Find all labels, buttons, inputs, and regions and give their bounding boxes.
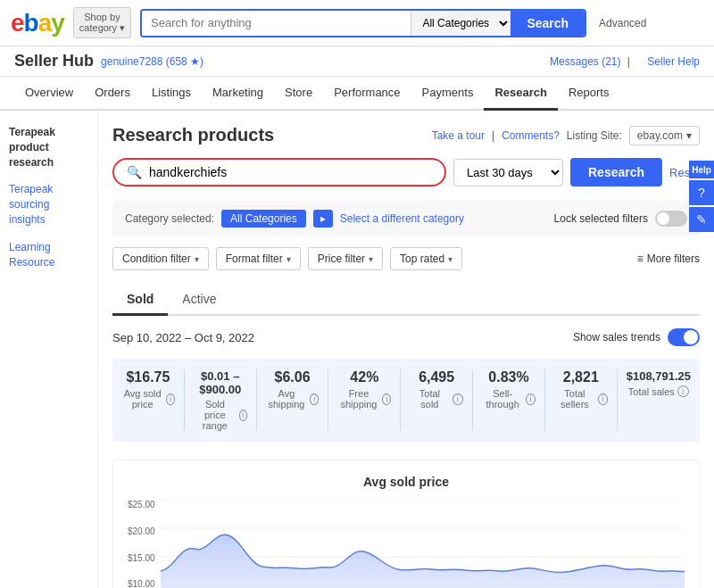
toggle-knob [657,212,669,225]
comments-link[interactable]: Comments? [502,129,560,142]
lock-filters: Lock selected filters [554,211,687,227]
seller-hub-links: Messages (21) | Seller Help [539,55,700,68]
messages-link[interactable]: Messages (21) [550,55,620,68]
y-label: $10.00 [128,579,155,588]
info-icon[interactable]: i [452,393,463,405]
stat-value: 6,495 [410,369,463,385]
nav-marketing[interactable]: Marketing [202,77,274,109]
seller-hub-title: Seller Hub [14,52,94,70]
lock-filters-toggle[interactable] [655,211,687,227]
more-filters-button[interactable]: ≡ More filters [637,253,700,265]
stat-value: $16.75 [121,369,175,385]
info-icon[interactable]: i [166,393,175,405]
chevron-down-icon: ▾ [195,254,199,264]
header-search-button[interactable]: Search [511,11,585,36]
page-header-right: Take a tour | Comments? Listing Site: eb… [432,126,700,145]
filters-row: Category selected: All Categories ▸ Sele… [112,201,700,236]
stat-label: Avg sold price i [121,388,175,410]
listing-site-value: ebay.com [637,129,683,142]
stat-label: Total sales i [627,385,691,397]
sidebar-item-terapeak-sourcing[interactable]: Terapeak sourcing insights [9,182,88,227]
sidebar-item-terapeak-product[interactable]: Terapeak product research [9,125,88,170]
nav-store[interactable]: Store [274,77,323,109]
date-range-select[interactable]: Last 30 days Last 7 days Last 90 days La… [453,159,563,186]
top-rated-label: Top rated [400,253,444,265]
listing-site-selector[interactable]: ebay.com ▾ [629,126,700,145]
info-icon[interactable]: i [382,393,391,405]
category-value-badge: All Categories [221,210,306,228]
seller-hub-bar: Seller Hub genuine7288 (658 ★) Messages … [0,46,714,77]
tab-sold[interactable]: Sold [112,285,168,316]
seller-help-link[interactable]: Seller Help [647,55,700,68]
header-search: All Categories Search [140,9,586,37]
category-label: Category selected: [125,212,214,225]
info-icon[interactable]: i [526,393,536,405]
header-search-category-select[interactable]: All Categories [411,11,511,36]
show-sales-trends-label: Show sales trends [573,331,660,344]
category-toggle-button[interactable]: ▸ [313,210,333,228]
condition-filter-label: Condition filter [122,253,191,265]
price-filter-chip[interactable]: Price filter ▾ [308,247,383,270]
search-bar: 🔍 handkerchiefs Last 30 days Last 7 days… [112,158,700,186]
info-icon[interactable]: i [310,393,319,405]
stat-value: $108,791.25 [627,369,691,383]
nav-payments[interactable]: Payments [411,77,485,109]
chevron-down-icon: ▾ [369,254,373,264]
filters-left: Category selected: All Categories ▸ Sele… [125,210,464,228]
info-icon[interactable]: i [598,393,608,405]
y-label: $20.00 [128,526,155,536]
nav-overview[interactable]: Overview [14,77,84,109]
sidebar-item-learning[interactable]: Learning Resource [9,240,88,270]
chart-section: Avg sold price $25.00 $20.00 $15.00 $10.… [112,460,700,588]
stat-value: 42% [337,369,391,385]
stat-sell-through: 0.83% Sell-through i [473,369,545,431]
header-search-input[interactable] [142,11,411,36]
nav-research[interactable]: Research [484,77,558,111]
stat-sold-price-range: $0.01 – $900.00 Sold price range i [185,369,257,431]
advanced-link[interactable]: Advanced [599,17,646,29]
page-title: Research products [112,125,274,145]
shop-by-category-button[interactable]: Shop bycategory ▾ [73,7,131,38]
stat-total-sellers: 2,821 Total sellers i [545,369,618,431]
layout: Terapeak product research Terapeak sourc… [0,111,714,588]
research-search-input[interactable]: handkerchiefs [149,165,432,179]
select-category-link[interactable]: Select a different category [340,212,464,225]
help-label-button[interactable]: Help [689,161,714,178]
search-input-wrap: 🔍 handkerchiefs [112,158,446,186]
format-filter-chip[interactable]: Format filter ▾ [216,247,301,270]
stat-value: 2,821 [554,369,608,385]
stat-label: Total sold i [410,388,463,410]
chart-svg [161,500,685,588]
stat-free-shipping: 42% Free shipping i [328,369,401,431]
take-tour-link[interactable]: Take a tour [432,129,485,142]
research-button[interactable]: Research [570,158,662,186]
stat-total-sales: $108,791.25 Total sales i [618,369,700,431]
help-question-button[interactable]: ? [689,180,714,205]
stat-total-sold: 6,495 Total sold i [401,369,473,431]
info-icon[interactable]: i [239,410,247,421]
tab-active[interactable]: Active [168,285,230,316]
help-edit-button[interactable]: ✎ [689,207,714,232]
stat-label: Sold price range i [194,399,247,431]
seller-hub-user[interactable]: genuine7288 (658 ★) [101,55,203,68]
hamburger-icon: ≡ [637,253,643,265]
price-filter-label: Price filter [318,253,365,265]
chart-area-fill [161,534,685,588]
nav-orders[interactable]: Orders [84,77,141,109]
stat-label: Total sellers i [554,388,608,410]
stat-label: Sell-through i [482,388,536,410]
y-axis: $25.00 $20.00 $15.00 $10.00 $5.00 $0.00 [128,500,161,588]
nav-reports[interactable]: Reports [558,77,620,109]
more-filters-label: More filters [647,253,700,265]
stat-label: Free shipping i [337,388,391,410]
stat-label: Avg shipping i [266,388,320,410]
nav-performance[interactable]: Performance [323,77,411,109]
condition-filter-chip[interactable]: Condition filter ▾ [112,247,209,270]
sales-trends-toggle-switch[interactable] [668,328,700,346]
chevron-down-icon: ▾ [686,129,692,142]
nav-listings[interactable]: Listings [141,77,202,109]
top-rated-filter-chip[interactable]: Top rated ▾ [390,247,462,270]
stats-row: $16.75 Avg sold price i $0.01 – $900.00 … [112,359,700,442]
tabs: Sold Active [112,285,700,316]
info-icon[interactable]: i [677,385,689,397]
